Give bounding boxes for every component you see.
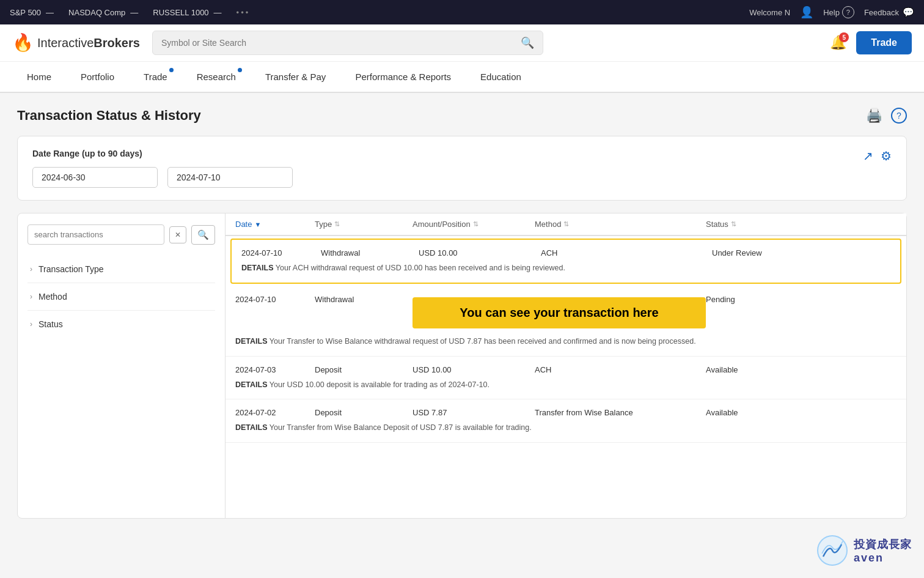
search-bar[interactable]: 🔍 bbox=[152, 31, 543, 55]
feedback-label: Feedback bbox=[864, 8, 899, 17]
row-details-text: Your ACH withdrawal request of USD 10.00… bbox=[276, 264, 565, 272]
notification-badge: 5 bbox=[839, 32, 849, 42]
col-method-label: Method bbox=[535, 220, 561, 229]
col-date-label: Date bbox=[235, 220, 252, 229]
page-header: Transaction Status & History 🖨️ ? bbox=[17, 108, 907, 124]
row-details-text: Your Transfer from Wise Balance Deposit … bbox=[270, 423, 532, 432]
right-content: Date ▼ Type ⇅ Amount/Position ⇅ Method ⇅… bbox=[226, 213, 906, 518]
clear-search-button[interactable]: ✕ bbox=[169, 226, 186, 243]
row-main: 2024-07-02 Deposit USD 7.87 Transfer fro… bbox=[235, 399, 897, 420]
col-type-label: Type bbox=[315, 220, 332, 229]
table-header: Date ▼ Type ⇅ Amount/Position ⇅ Method ⇅… bbox=[226, 213, 906, 236]
row-main: 2024-07-03 Deposit USD 10.00 ACH Availab… bbox=[235, 357, 897, 377]
table-row: 2024-07-10 Withdrawal USD 10.00 ACH Unde… bbox=[230, 239, 901, 284]
details-bold-label: DETAILS bbox=[235, 423, 268, 432]
row-details: DETAILS Your USD 10.00 deposit is availa… bbox=[235, 377, 897, 399]
row-amount: USD 10.00 bbox=[419, 248, 541, 258]
filter-method[interactable]: › Method bbox=[28, 283, 215, 311]
welcome-text: Welcome N bbox=[749, 8, 790, 17]
row-main: 2024-07-10 Withdrawal USD 10.00 ACH Unde… bbox=[241, 240, 890, 260]
details-bold-label: DETAILS bbox=[235, 337, 268, 346]
nav-item-performance[interactable]: Performance & Reports bbox=[340, 62, 466, 92]
help-circle-icon: ? bbox=[842, 6, 854, 18]
row-status: Pending bbox=[706, 295, 816, 304]
row-type: Withdrawal bbox=[315, 295, 413, 304]
chevron-right-icon: › bbox=[30, 320, 32, 328]
left-sidebar: ✕ 🔍 › Transaction Type › Method › Status bbox=[18, 213, 226, 518]
search-icon-button[interactable]: 🔍 bbox=[521, 36, 534, 50]
filter-transaction-type[interactable]: › Transaction Type bbox=[28, 256, 215, 283]
ticker-russell: RUSSELL 1000 — bbox=[153, 8, 221, 17]
logo-text: InteractiveBrokers bbox=[37, 36, 140, 50]
row-date: 2024-07-10 bbox=[241, 248, 321, 258]
date-to-input[interactable] bbox=[167, 167, 293, 188]
row-details: DETAILS Your ACH withdrawal request of U… bbox=[241, 260, 890, 283]
search-transactions-button[interactable]: 🔍 bbox=[191, 225, 215, 245]
row-date: 2024-07-02 bbox=[235, 408, 315, 417]
print-button[interactable]: 🖨️ bbox=[866, 108, 882, 124]
search-input[interactable] bbox=[161, 38, 515, 48]
nav-item-research[interactable]: Research bbox=[182, 62, 251, 92]
notification-bell-button[interactable]: 🔔 5 bbox=[830, 35, 846, 51]
row-type: Withdrawal bbox=[321, 248, 419, 258]
ticker-sp500: S&P 500 — bbox=[10, 8, 54, 17]
nav-item-education[interactable]: Education bbox=[466, 62, 536, 92]
row-amount: USD 10.00 bbox=[413, 365, 535, 374]
row-type: Deposit bbox=[315, 408, 413, 417]
col-type[interactable]: Type ⇅ bbox=[315, 220, 413, 229]
sort-arrows-icon: ⇅ bbox=[334, 220, 340, 228]
date-range-label: Date Range (up to 90 days) bbox=[32, 149, 293, 158]
row-type: Deposit bbox=[315, 365, 413, 374]
main-section: ✕ 🔍 › Transaction Type › Method › Status… bbox=[17, 213, 907, 519]
filter-status[interactable]: › Status bbox=[28, 311, 215, 338]
row-date: 2024-07-10 bbox=[235, 295, 315, 304]
col-amount[interactable]: Amount/Position ⇅ bbox=[413, 220, 535, 229]
row-method: ACH bbox=[541, 248, 712, 258]
ticker-bar: S&P 500 — NASDAQ Comp — RUSSELL 1000 — •… bbox=[0, 0, 924, 24]
row-method: ACH bbox=[535, 365, 706, 374]
row-status: Available bbox=[706, 408, 816, 417]
nav-item-transfer-pay[interactable]: Transfer & Pay bbox=[251, 62, 340, 92]
row-method: Transfer from Wise Balance bbox=[535, 408, 706, 417]
ticker-sp500-value: — bbox=[46, 8, 54, 17]
yellow-banner: You can see your transaction here bbox=[413, 297, 706, 328]
col-amount-label: Amount/Position bbox=[413, 220, 471, 229]
ticker-sp500-label: S&P 500 bbox=[10, 8, 41, 17]
ticker-nasdaq-label: NASDAQ Comp bbox=[68, 8, 125, 17]
feedback-button[interactable]: Feedback 💬 bbox=[864, 7, 914, 18]
search-transactions-input[interactable] bbox=[28, 224, 164, 245]
col-date[interactable]: Date ▼ bbox=[235, 220, 315, 229]
transaction-type-label: Transaction Type bbox=[38, 264, 104, 274]
ticker-nasdaq: NASDAQ Comp — bbox=[68, 8, 138, 17]
col-status[interactable]: Status ⇅ bbox=[706, 220, 816, 229]
help-page-button[interactable]: ? bbox=[891, 108, 907, 124]
nav-item-portfolio[interactable]: Portfolio bbox=[66, 62, 129, 92]
logo-first: Interactive bbox=[37, 36, 94, 50]
logo-flame-icon: 🔥 bbox=[12, 34, 34, 51]
row-status: Under Review bbox=[712, 248, 822, 258]
ticker-more-dots: ••• bbox=[237, 8, 251, 17]
chevron-right-icon: › bbox=[30, 265, 32, 273]
ticker-nasdaq-value: — bbox=[130, 8, 138, 17]
row-details-text: Your Transfer to Wise Balance withdrawal… bbox=[270, 337, 696, 346]
date-from-input[interactable] bbox=[32, 167, 158, 188]
row-status: Available bbox=[706, 365, 816, 374]
row-date: 2024-07-03 bbox=[235, 365, 315, 374]
status-label: Status bbox=[38, 319, 63, 329]
table-row: 2024-07-03 Deposit USD 10.00 ACH Availab… bbox=[226, 357, 906, 400]
logo: 🔥 InteractiveBrokers bbox=[12, 34, 140, 51]
nav-item-trade[interactable]: Trade bbox=[129, 62, 182, 92]
search-transactions-row: ✕ 🔍 bbox=[28, 224, 215, 245]
details-bold-label: DETAILS bbox=[241, 264, 274, 272]
nav-item-home[interactable]: Home bbox=[12, 62, 66, 92]
export-button[interactable]: ↗ bbox=[863, 149, 873, 163]
col-status-label: Status bbox=[706, 220, 728, 229]
help-button[interactable]: Help ? bbox=[823, 6, 854, 18]
row-amount: USD 7.87 bbox=[413, 408, 535, 417]
col-method[interactable]: Method ⇅ bbox=[535, 220, 706, 229]
settings-button[interactable]: ⚙ bbox=[881, 149, 892, 163]
page-icons: 🖨️ ? bbox=[866, 108, 907, 124]
chevron-right-icon: › bbox=[30, 292, 32, 301]
page-title: Transaction Status & History bbox=[17, 108, 201, 124]
trade-button[interactable]: Trade bbox=[856, 31, 912, 54]
